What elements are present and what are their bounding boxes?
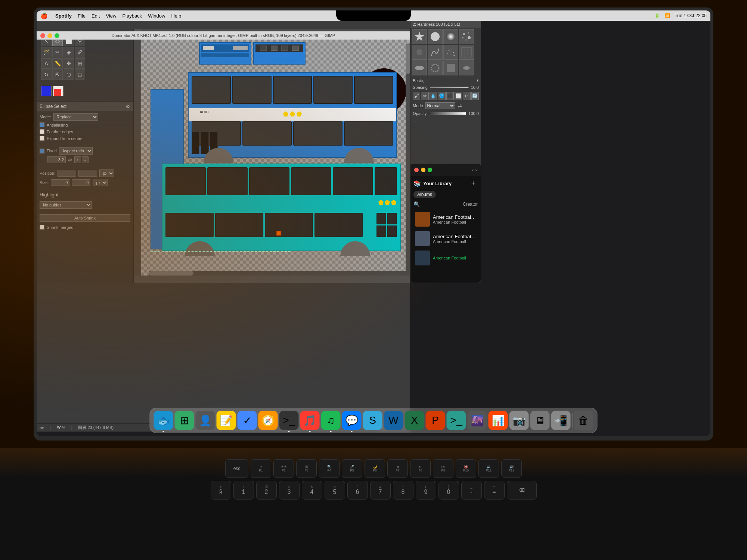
albums-filter-chip[interactable]: Albums — [413, 191, 436, 198]
dock-icon-iterm[interactable]: >_ — [447, 411, 466, 430]
brush-spray[interactable] — [443, 45, 458, 60]
key-f3[interactable]: ⊞ F3 — [296, 459, 317, 478]
extra-color[interactable] — [54, 89, 61, 96]
tool-move[interactable]: ✥ — [63, 58, 74, 69]
key-f10[interactable]: 🔇 F10 — [456, 459, 476, 478]
dock-icon-messages[interactable]: 💬 — [342, 411, 362, 430]
size-x-input[interactable] — [51, 179, 69, 186]
mode-dropdown[interactable]: Replace Add — [53, 113, 98, 121]
tool-scissors[interactable]: ✂ — [52, 47, 63, 57]
tool-perspective[interactable]: ⬠ — [75, 69, 85, 80]
dock-icon-launchpad[interactable]: ⊞ — [175, 411, 194, 430]
expand-checkbox[interactable] — [40, 136, 44, 141]
dock-icon-trash[interactable]: 🗑 — [574, 411, 593, 430]
key-esc[interactable]: esc — [225, 459, 248, 478]
maximize-button[interactable] — [55, 33, 59, 38]
brush-tool-4[interactable]: 🪣 — [438, 92, 445, 100]
key-f6[interactable]: 🌙 F6 — [365, 459, 385, 478]
foreground-color[interactable] — [41, 86, 52, 96]
key-4[interactable]: $ 4 — [302, 481, 322, 500]
spotify-forward-button[interactable]: › — [475, 167, 477, 173]
tool-rotate[interactable]: ↻ — [41, 69, 52, 80]
album-item-0[interactable]: American Football (LP2 American Football — [413, 210, 478, 228]
dock-icon-extras2[interactable]: 🖥 — [530, 411, 550, 430]
dock-icon-spotify[interactable]: ♫ — [321, 411, 341, 430]
close-button[interactable] — [40, 33, 45, 38]
brush-splat[interactable] — [412, 45, 427, 60]
unit-selector[interactable]: px — [40, 426, 44, 430]
app-name[interactable]: Spotify — [55, 13, 72, 19]
tool-align[interactable]: ⊞ — [75, 58, 85, 69]
key-f5[interactable]: 🎤 F5 — [342, 459, 362, 478]
scrollbar-horizontal[interactable] — [149, 271, 410, 276]
brush-tool-3[interactable]: 💧 — [430, 92, 437, 100]
dock-icon-finder[interactable]: 🐟 — [154, 411, 173, 430]
dock-icon-reminders[interactable]: ✓ — [238, 411, 257, 430]
brush-custom3[interactable] — [443, 60, 458, 75]
dock-icon-contacts[interactable]: 👤 — [196, 411, 215, 430]
tool-text[interactable]: A — [41, 58, 52, 69]
brush-custom2[interactable] — [428, 60, 443, 75]
menu-playback[interactable]: Playback — [122, 13, 142, 19]
dock-icon-safari[interactable]: 🧭 — [258, 411, 278, 430]
key-f12[interactable]: 🔊 F12 — [501, 459, 522, 478]
key-1[interactable]: ! 1 — [233, 481, 254, 500]
auto-shrink-button[interactable]: Auto Shrink — [40, 214, 130, 222]
brush-soft[interactable] — [443, 29, 458, 44]
mode-select-brush[interactable]: Normal — [425, 102, 455, 109]
fixed-dropdown[interactable]: Aspect ratio — [59, 147, 93, 155]
dock-icon-skyline[interactable]: 🌆 — [468, 411, 487, 430]
key-3[interactable]: # 3 — [279, 481, 300, 500]
brush-texture[interactable] — [459, 45, 474, 60]
library-search-icon[interactable]: 🔍 — [413, 201, 420, 207]
album-item-1[interactable]: American Football (LP3 American Football — [413, 230, 478, 248]
key-delete[interactable]: ⌫ — [507, 481, 537, 500]
menu-help[interactable]: Help — [171, 13, 181, 19]
menu-file[interactable]: File — [78, 13, 86, 19]
spotify-back-button[interactable]: ‹ — [472, 167, 474, 173]
ratio-btn-1[interactable]: ↕ — [74, 156, 81, 163]
key-f7[interactable]: ⏮ F7 — [387, 459, 408, 478]
dock-icon-activity[interactable]: 📊 — [489, 411, 508, 430]
brush-tool-8[interactable]: 🔄 — [471, 92, 479, 100]
brush-scatter[interactable] — [459, 29, 474, 44]
brush-wisp[interactable] — [428, 45, 443, 60]
brush-tool-6[interactable]: ⬜ — [455, 92, 462, 100]
spotify-max-button[interactable] — [428, 168, 432, 172]
key-f9[interactable]: ⏭ F9 — [433, 459, 453, 478]
key-7[interactable]: & 7 — [370, 481, 391, 500]
antialias-checkbox[interactable] — [40, 122, 44, 127]
size-unit[interactable]: px — [93, 179, 108, 186]
dock-icon-music[interactable]: 🎵 — [300, 411, 320, 430]
brush-star[interactable] — [412, 29, 427, 44]
tool-shear[interactable]: ⬡ — [63, 69, 74, 80]
spotify-close-button[interactable] — [414, 168, 419, 172]
key-f8[interactable]: ⏯ F8 — [410, 459, 431, 478]
brush-tool-5[interactable]: ⬛ — [446, 92, 454, 100]
tool-fg-select[interactable]: ◈ — [63, 47, 74, 57]
album-item-2[interactable]: American Football — [413, 249, 478, 267]
brush-tool-7[interactable]: ↩ — [463, 92, 470, 100]
opacity-slider[interactable] — [429, 112, 466, 115]
key-8[interactable]: * 8 — [393, 481, 413, 500]
spacing-slider[interactable] — [430, 87, 469, 88]
dock-icon-powerpoint[interactable]: P — [426, 411, 445, 430]
brush-tool-2[interactable]: ✏ — [421, 92, 428, 100]
pos-unit[interactable]: px — [99, 169, 114, 177]
pos-y-input[interactable]: 1290 — [78, 170, 97, 177]
menu-window[interactable]: Window — [148, 13, 165, 19]
key-f2[interactable]: ☀☀ F2 — [273, 459, 294, 478]
dock-icon-extras1[interactable]: 📷 — [509, 411, 529, 430]
spotify-min-button[interactable] — [421, 168, 425, 172]
key-0[interactable]: ) 0 — [438, 481, 459, 500]
tool-measure[interactable]: 📏 — [52, 58, 63, 69]
ratio-btn-2[interactable]: ↔ — [82, 156, 89, 163]
key-equals[interactable]: + = — [484, 481, 505, 500]
brush-tool-1[interactable]: 🖌 — [413, 92, 420, 100]
dock-icon-skype[interactable]: S — [363, 411, 382, 430]
tool-fuzzy[interactable]: 🪄 — [41, 47, 52, 57]
dock-icon-excel[interactable]: X — [405, 411, 424, 430]
key-5[interactable]: % 5 — [325, 481, 345, 500]
menu-view[interactable]: View — [106, 13, 116, 19]
key-f11[interactable]: 🔉 F11 — [478, 459, 499, 478]
